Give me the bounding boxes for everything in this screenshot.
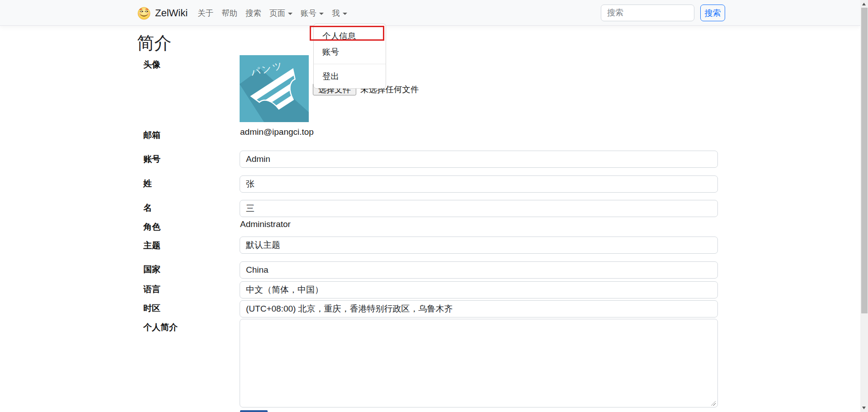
vertical-scrollbar[interactable] xyxy=(860,0,868,412)
menu-item-account[interactable]: 账号 xyxy=(314,44,386,60)
theme-label: 主题 xyxy=(143,240,160,251)
language-label: 语言 xyxy=(143,284,160,295)
search-input[interactable] xyxy=(601,5,694,21)
email-label: 邮箱 xyxy=(143,129,160,141)
first-name-label: 名 xyxy=(143,202,152,214)
country-label: 国家 xyxy=(143,264,160,275)
menu-item-logout[interactable]: 登出 xyxy=(314,68,386,84)
first-name-input[interactable] xyxy=(240,200,718,217)
role-label: 角色 xyxy=(143,221,160,233)
scroll-down-icon[interactable] xyxy=(862,407,866,409)
chevron-down-icon xyxy=(288,13,292,15)
country-input[interactable] xyxy=(240,261,718,279)
brand-logo[interactable]: ZelWiki xyxy=(137,0,188,26)
wiki-profile-page: ZelWiki 关于 帮助 搜索 页面 账号 我 搜索 个人信息 账号 登出 简… xyxy=(0,0,868,412)
nav-item-about[interactable]: 关于 xyxy=(193,8,217,19)
timezone-input[interactable] xyxy=(240,300,718,317)
menu-item-profile[interactable]: 个人信息 xyxy=(314,28,386,44)
timezone-label: 时区 xyxy=(143,303,160,314)
account-label: 账号 xyxy=(143,153,160,165)
role-value: Administrator xyxy=(240,219,291,229)
scroll-up-icon[interactable] xyxy=(862,3,866,5)
last-name-input[interactable] xyxy=(240,175,718,193)
smiley-emoji-icon xyxy=(137,6,151,20)
save-button-partial[interactable] xyxy=(240,410,268,412)
chevron-down-icon xyxy=(343,13,347,15)
nav-item-search[interactable]: 搜索 xyxy=(241,8,265,19)
top-navbar: ZelWiki 关于 帮助 搜索 页面 账号 我 搜索 xyxy=(0,0,860,26)
avatar-label: 头像 xyxy=(143,59,160,71)
account-input[interactable] xyxy=(240,151,718,168)
main-nav: 关于 帮助 搜索 页面 账号 我 xyxy=(193,0,351,26)
avatar-image: パンツ xyxy=(240,55,309,122)
nav-item-pages[interactable]: 页面 xyxy=(265,8,297,19)
chevron-down-icon xyxy=(319,13,324,15)
email-value: admin@ipangci.top xyxy=(240,127,314,137)
nav-item-me[interactable]: 我 xyxy=(328,8,351,19)
search-button[interactable]: 搜索 xyxy=(700,5,725,21)
page-title: 简介 xyxy=(137,32,171,55)
user-dropdown-menu: 个人信息 账号 登出 xyxy=(313,24,386,89)
bio-label: 个人简介 xyxy=(143,322,178,333)
scrollbar-thumb[interactable] xyxy=(861,8,868,313)
language-input[interactable] xyxy=(240,281,718,298)
bio-textarea[interactable] xyxy=(240,319,718,407)
nav-item-accounts[interactable]: 账号 xyxy=(297,8,328,19)
theme-input[interactable] xyxy=(240,237,718,254)
last-name-label: 姓 xyxy=(143,178,152,189)
menu-divider xyxy=(314,64,386,64)
brand-name: ZelWiki xyxy=(155,7,188,19)
nav-item-help[interactable]: 帮助 xyxy=(217,8,241,19)
